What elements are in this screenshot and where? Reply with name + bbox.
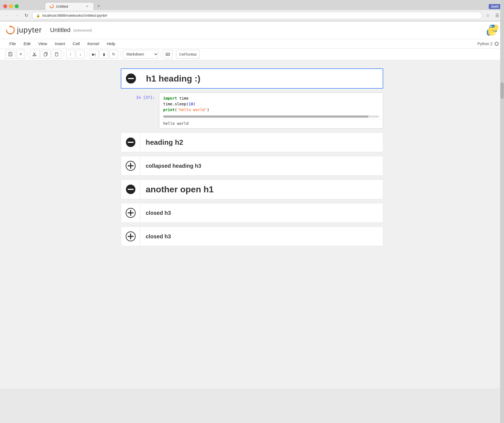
svg-rect-14 xyxy=(44,53,46,56)
browser-chrome: Untitled × + Josh ← → ↻ 🔒 localhost:8888… xyxy=(0,0,504,21)
heading1-content: h1 heading :) xyxy=(140,69,383,88)
toolbar-sep-3 xyxy=(87,51,87,57)
active-tab[interactable]: Untitled × xyxy=(45,2,94,10)
heading2-toggle-button[interactable] xyxy=(121,133,140,152)
close-window-button[interactable] xyxy=(3,4,7,8)
jupyter-title-area: Untitled (autosaved) xyxy=(50,27,92,34)
save-button[interactable] xyxy=(5,50,15,59)
closed-h3-a-wrapper: closed h3 xyxy=(121,203,383,223)
heading2-cell: heading h2 xyxy=(121,132,383,152)
svg-point-5 xyxy=(494,33,495,34)
tab-favicon-icon xyxy=(49,4,54,8)
menu-edit[interactable]: Edit xyxy=(20,39,34,48)
move-down-button[interactable]: ↓ xyxy=(76,50,85,59)
scrollbar[interactable] xyxy=(500,0,504,423)
closed-h3-a-cell: closed h3 xyxy=(121,203,383,223)
jupyter-app: jupyter Untitled (autosaved) xyxy=(0,21,504,389)
tab-close-button[interactable]: × xyxy=(85,4,89,8)
toolbar-sep-1 xyxy=(27,51,28,57)
title-bar: Untitled × + Josh xyxy=(0,0,504,10)
closed-h3-b-wrapper: closed h3 xyxy=(121,227,383,246)
jupyter-logo-text: jupyter xyxy=(17,26,42,34)
heading3-collapsed-content: collapsed heading h3 xyxy=(140,156,383,175)
copy-icon xyxy=(43,52,48,56)
closed-h3-b-toggle-button[interactable] xyxy=(121,227,140,246)
notebook-title[interactable]: Untitled xyxy=(50,27,71,34)
paste-icon xyxy=(54,52,59,56)
code-input-37[interactable]: import time time.sleep(10) print('hello … xyxy=(159,93,383,115)
paste-button[interactable] xyxy=(52,50,61,59)
toolbar-sep-5 xyxy=(160,51,161,57)
jupyter-menubar: File Edit View Insert Cell Kernel Help P… xyxy=(0,39,504,48)
menu-insert[interactable]: Insert xyxy=(51,39,69,48)
heading1-toggle-button[interactable] xyxy=(121,69,140,88)
heading1-text: h1 heading :) xyxy=(146,74,200,84)
menu-kernel[interactable]: Kernel xyxy=(84,39,103,48)
fast-forward-icon: ▶| xyxy=(92,52,96,56)
celltoolbar-button[interactable]: CellToolbar xyxy=(176,50,200,59)
minus-circle-h1b-icon xyxy=(125,184,136,195)
code-line-2: time.sleep(10) xyxy=(163,101,379,107)
svg-rect-8 xyxy=(9,54,12,56)
code-cell-37-box[interactable]: import time time.sleep(10) print('hello … xyxy=(159,92,383,129)
back-button[interactable]: ← xyxy=(3,13,11,19)
heading3-collapsed-toggle-button[interactable] xyxy=(121,156,140,175)
heading1b-content: another open h1 xyxy=(140,180,383,199)
forward-button[interactable]: → xyxy=(13,13,21,19)
closed-h3-a-toggle-button[interactable] xyxy=(121,203,140,222)
svg-point-3 xyxy=(10,33,11,34)
fast-forward-button[interactable]: ▶| xyxy=(89,50,98,59)
notebook-content: h1 heading :) In [37]: import time time.… xyxy=(0,60,504,389)
svg-rect-17 xyxy=(166,53,170,56)
closed-h3-b-content: closed h3 xyxy=(140,227,383,246)
cell-heading1-wrapper: h1 heading :) xyxy=(121,68,383,89)
kernel-indicator: Python 2 xyxy=(477,42,499,46)
add-cell-button[interactable]: + xyxy=(16,50,25,59)
address-bar[interactable]: 🔒 localhost:8888/notebooks/Untitled.ipyn… xyxy=(32,12,482,19)
jupyter-logo: jupyter xyxy=(5,25,42,35)
code-cell-37-prompt: In [37]: xyxy=(121,92,159,129)
tab-bar: Untitled × + xyxy=(23,2,102,10)
svg-point-1 xyxy=(7,26,14,34)
reload-button[interactable]: ↻ xyxy=(23,13,30,19)
menu-file[interactable]: File xyxy=(5,39,20,48)
stop-button[interactable]: ▮ xyxy=(99,50,108,59)
keyboard-shortcuts-button[interactable] xyxy=(163,50,173,59)
svg-rect-34 xyxy=(130,210,131,216)
cut-button[interactable] xyxy=(30,50,40,59)
cell-type-select[interactable]: Markdown xyxy=(123,50,158,59)
code-line-3: print('hello world') xyxy=(163,107,379,113)
plus-circle-h3b-icon xyxy=(125,231,136,242)
code-line-1: import time xyxy=(163,95,379,101)
menu-view[interactable]: View xyxy=(34,39,51,48)
menu-cell[interactable]: Cell xyxy=(69,39,84,48)
svg-rect-16 xyxy=(56,52,57,53)
code-output-37: hello world xyxy=(159,119,383,128)
minimize-window-button[interactable] xyxy=(9,4,13,8)
heading1b-toggle-button[interactable] xyxy=(121,180,140,199)
menu-help[interactable]: Help xyxy=(103,39,119,48)
restart-icon: ↻ xyxy=(112,52,115,56)
scrollbar-thumb[interactable] xyxy=(500,82,504,99)
copy-button[interactable] xyxy=(41,50,51,59)
move-up-button[interactable]: ↑ xyxy=(66,50,75,59)
svg-rect-26 xyxy=(128,142,134,143)
user-avatar: Josh xyxy=(489,4,501,9)
closed-h3-b-text: closed h3 xyxy=(146,233,171,240)
browser-menu-button[interactable]: ☰ xyxy=(494,12,501,19)
tab-title: Untitled xyxy=(56,4,68,8)
heading1-cell: h1 heading :) xyxy=(121,68,383,89)
closed-h3-a-content: closed h3 xyxy=(140,203,383,222)
restart-button[interactable]: ↻ xyxy=(109,50,118,59)
kernel-status-circle xyxy=(495,42,499,46)
arrow-down-icon: ↓ xyxy=(80,52,81,56)
svg-rect-24 xyxy=(128,78,134,79)
stop-icon: ▮ xyxy=(103,52,105,56)
bookmark-button[interactable]: ☆ xyxy=(484,12,491,19)
new-tab-button[interactable]: + xyxy=(95,2,102,10)
heading2-content: heading h2 xyxy=(140,133,383,152)
svg-rect-31 xyxy=(128,189,134,190)
jupyter-header: jupyter Untitled (autosaved) xyxy=(0,21,504,39)
svg-point-0 xyxy=(50,5,53,8)
maximize-window-button[interactable] xyxy=(15,4,19,8)
